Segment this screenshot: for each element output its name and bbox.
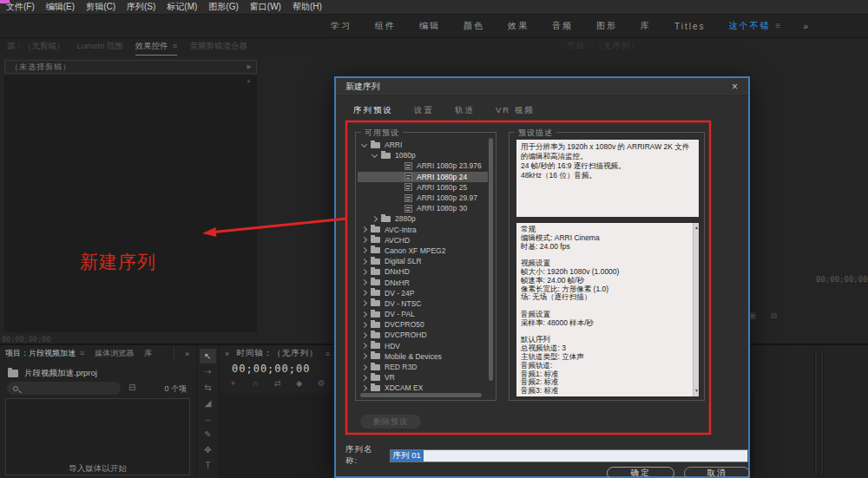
dialog-tab[interactable]: 序列预设 [353, 105, 393, 122]
workspace-tab[interactable]: 颜色≡ [464, 20, 484, 32]
preset-tree-row[interactable]: Mobile & Devices [358, 351, 488, 362]
timeline-title[interactable]: 时间轴：（无序列） [236, 348, 319, 359]
cancel-button[interactable]: 取消 [684, 467, 750, 478]
snap-icon[interactable]: ⌖ [231, 378, 253, 389]
workspace-tab[interactable]: 组件≡ [375, 20, 396, 32]
workspace-tab[interactable]: 这个不错≡ [729, 20, 781, 32]
preset-tree-row[interactable]: AVCHD [358, 235, 488, 246]
project-tab[interactable]: 项目：片段视频加速≡ [5, 348, 84, 359]
preset-tree-row[interactable]: DNxHD [358, 266, 488, 277]
menu-item[interactable]: 文件(F) [6, 1, 35, 13]
tree-twisty-icon[interactable] [361, 363, 367, 370]
menu-item[interactable]: 窗口(W) [250, 1, 281, 13]
workspace-tab[interactable]: 学习≡ [331, 20, 352, 32]
workspace-tab[interactable]: 音频≡ [552, 20, 573, 32]
panel-menu-icon[interactable]: ≡ [173, 41, 178, 50]
menu-item[interactable]: 剪辑(C) [86, 1, 115, 13]
preset-tree-row[interactable]: AVC-Intra [358, 225, 488, 235]
preset-tree-row[interactable]: VR [358, 372, 488, 383]
hand-tool-icon[interactable]: ✥ [200, 442, 216, 457]
preset-tree-row[interactable]: ARRI 1080p 23.976 [358, 160, 488, 171]
left-panel-tab[interactable]: 源：（无剪辑）≡ [7, 41, 65, 55]
razor-tool-icon[interactable]: ◢ [200, 396, 216, 410]
tree-twisty-icon[interactable] [361, 269, 367, 275]
preset-tree-row[interactable]: ARRI 1080p 29.97 [358, 193, 488, 203]
dialog-tab[interactable]: VR 视频 [496, 105, 535, 122]
close-icon[interactable]: × [732, 82, 738, 92]
project-file-row[interactable]: 片段视频加速.prproj [8, 368, 97, 379]
menu-item[interactable]: 序列(S) [127, 1, 155, 13]
tree-twisty-icon[interactable] [372, 152, 378, 158]
track-select-tool-icon[interactable]: ⇢ [200, 364, 216, 379]
tree-twisty-icon[interactable] [361, 290, 367, 296]
selection-tool-icon[interactable]: ↖ [200, 349, 216, 363]
new-bin-icon[interactable]: ⊟ [128, 383, 135, 392]
tree-twisty-icon[interactable] [361, 259, 367, 265]
preset-tree-row[interactable]: DV - 24P [358, 288, 488, 298]
tree-twisty-icon[interactable] [361, 375, 367, 381]
preset-tree-row[interactable]: ARRI [358, 140, 488, 150]
menu-item[interactable]: 标记(M) [167, 1, 197, 13]
menu-item[interactable]: 帮助(H) [293, 1, 322, 13]
preset-tree-row[interactable]: ARRI 1080p 30 [358, 203, 488, 213]
linked-selection-icon[interactable]: ⇄ [274, 378, 296, 389]
type-tool-icon[interactable]: T [200, 458, 216, 473]
expand-right-icon[interactable]: ▶ [247, 63, 252, 70]
preset-tree-row[interactable]: DVCPROHD [358, 330, 488, 340]
dialog-tab[interactable]: 轨道 [455, 105, 475, 122]
comparison-view-icon[interactable]: ⧉ [771, 311, 777, 321]
workspace-tab[interactable]: 图形≡ [596, 20, 617, 32]
workspace-overflow-chevron-icon[interactable]: » [803, 22, 808, 31]
project-tab[interactable]: 库≡ [144, 348, 152, 359]
magnet-icon[interactable]: ∩ [253, 378, 274, 389]
scroll-up-icon[interactable]: ▲ [694, 224, 700, 232]
tree-twisty-icon[interactable] [361, 300, 367, 306]
left-panel-tab[interactable]: Lumetri 范围≡ [77, 41, 123, 55]
workspace-tab[interactable]: 库≡ [641, 20, 651, 32]
dialog-tab[interactable]: 设置 [414, 105, 434, 122]
tree-twisty-icon[interactable] [361, 237, 367, 243]
preset-tree-row[interactable]: RED R3D [358, 362, 488, 372]
sequence-name-input[interactable]: 序列 01 [390, 449, 749, 462]
panel-menu-icon[interactable]: ≡ [326, 350, 330, 358]
preset-tree-row[interactable]: DNxHR [358, 277, 488, 287]
delete-preset-button[interactable]: 删除预设 [360, 415, 421, 429]
menu-item[interactable]: 图形(G) [208, 1, 238, 13]
preset-tree-row[interactable]: 2880p [358, 213, 488, 224]
preset-tree-row[interactable]: Canon XF MPEG2 [358, 246, 488, 256]
panel-menu-icon[interactable]: ≡ [776, 21, 781, 30]
project-search-input[interactable] [7, 382, 121, 395]
preset-tree-row[interactable]: 1080p [358, 150, 488, 160]
marker-icon[interactable]: ◆ [296, 378, 318, 389]
preset-tree-row[interactable]: DV - PAL [358, 309, 488, 319]
menu-item[interactable]: 编辑(E) [46, 1, 75, 13]
panel-menu-icon[interactable]: ≡ [80, 349, 84, 357]
tree-twisty-icon[interactable] [361, 141, 367, 147]
description-scrollbar[interactable]: ▲ ▼ [693, 223, 699, 396]
resize-caret-icon[interactable]: ▲ [246, 77, 252, 83]
timeline-timecode[interactable]: 00;00;00;00 [232, 363, 310, 375]
preset-tree-row[interactable]: Digital SLR [358, 256, 488, 266]
tree-twisty-icon[interactable] [361, 343, 367, 349]
ok-button[interactable]: 确定 [607, 467, 674, 478]
project-overflow-chevron-icon[interactable]: » [185, 350, 189, 358]
workspace-tab[interactable]: Titles≡ [674, 22, 706, 31]
tree-twisty-icon[interactable] [361, 385, 367, 391]
tree-twisty-icon[interactable] [361, 279, 367, 285]
preset-tree-row[interactable]: HDV [358, 341, 488, 351]
left-panel-tab[interactable]: 音频剪辑混合器≡ [189, 41, 247, 55]
workspace-tab[interactable]: 效果≡ [508, 20, 529, 32]
tree-twisty-icon[interactable] [361, 353, 367, 359]
preset-tree-row[interactable]: DVCPRO50 [358, 319, 488, 330]
tree-twisty-icon[interactable] [361, 247, 367, 253]
close-panel-icon[interactable]: × [225, 350, 229, 358]
ripple-edit-tool-icon[interactable]: ⇆ [200, 380, 216, 395]
tree-twisty-icon[interactable] [361, 322, 367, 328]
tree-twisty-icon[interactable] [361, 226, 367, 232]
tree-twisty-icon[interactable] [372, 216, 378, 222]
dialog-title-bar[interactable]: 新建序列 × [336, 78, 748, 96]
scroll-down-icon[interactable]: ▼ [694, 387, 700, 396]
tree-twisty-icon[interactable] [361, 311, 367, 318]
preset-tree-row[interactable]: XDCAM EX [358, 383, 488, 393]
preset-tree-row[interactable]: ARRI 1080p 24 [358, 172, 488, 182]
